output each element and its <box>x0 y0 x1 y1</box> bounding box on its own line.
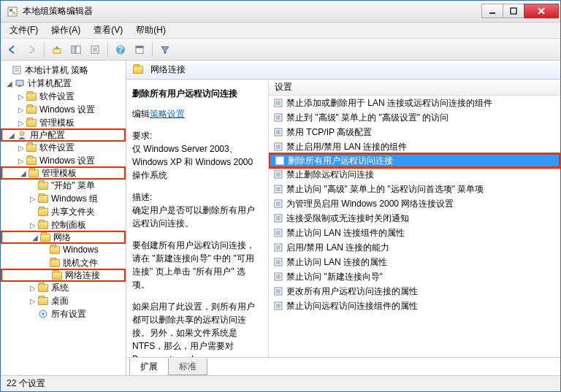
show-hide-tree-button[interactable] <box>67 41 85 58</box>
up-button[interactable] <box>48 41 66 58</box>
policy-item-icon <box>273 127 283 137</box>
tree-admin-templates-1[interactable]: ▷管理模板 <box>1 116 126 129</box>
properties-button[interactable] <box>131 41 148 58</box>
tree-software-settings-2[interactable]: ▷软件设置 <box>1 141 126 154</box>
titlebar-left: 本地组策略编辑器 <box>1 5 93 18</box>
list-item[interactable]: 禁止访问 LAN 连接的属性 <box>269 255 560 269</box>
expand-icon[interactable]: ▷ <box>17 157 26 165</box>
list-item[interactable]: 连接受限制或无连接时关闭通知 <box>269 211 560 226</box>
list-item[interactable]: 禁止访问 "新建连接向导" <box>269 269 560 284</box>
list-item[interactable]: 禁止访问 "高级" 菜单上的 "远程访问首选项" 菜单项 <box>269 182 560 196</box>
svg-rect-4 <box>511 8 516 14</box>
collapse-icon[interactable]: ◢ <box>19 169 28 177</box>
expand-icon[interactable]: ▷ <box>17 144 26 152</box>
view-tabs: 扩展 标准 <box>126 358 560 375</box>
tree-network-connections[interactable]: 网络连接 <box>1 269 126 282</box>
list-column-header[interactable]: 设置 <box>269 80 560 96</box>
tab-standard[interactable]: 标准 <box>168 358 207 375</box>
list-item[interactable]: 禁止到 "高级" 菜单上的 "高级设置" 的访问 <box>269 110 560 125</box>
menubar: 文件(F) 操作(A) 查看(V) 帮助(H) <box>1 23 560 39</box>
tree-network[interactable]: ◢网络 <box>1 231 126 244</box>
list-item[interactable]: 禁用 TCP/IP 高级配置 <box>269 125 560 139</box>
expand-icon[interactable]: ▷ <box>17 106 26 114</box>
filter-button[interactable] <box>156 41 174 58</box>
tree-system[interactable]: ▷系统 <box>1 281 126 294</box>
expand-icon[interactable]: ▷ <box>17 119 26 127</box>
list-item[interactable]: 删除所有用户远程访问连接 <box>269 153 560 168</box>
expand-icon[interactable]: ▷ <box>28 195 37 203</box>
tree-label: 脱机文件 <box>63 257 98 269</box>
nav-forward-button[interactable] <box>23 41 40 58</box>
right-pane: 网络连接 删除所有用户远程访问连接 编辑策略设置 要求: 仅 Windows S… <box>126 61 560 375</box>
settings-list-panel: 设置 禁止添加或删除用于 LAN 连接或远程访问连接的组件禁止到 "高级" 菜单… <box>269 80 560 357</box>
tree-windows-settings-2[interactable]: ▷Windows 设置 <box>1 154 126 167</box>
minimize-button[interactable] <box>481 4 503 18</box>
policy-item-icon <box>273 112 283 123</box>
list-item[interactable]: 禁止访问 LAN 连接组件的属性 <box>269 226 560 240</box>
menu-view[interactable]: 查看(V) <box>88 23 129 38</box>
help-button[interactable]: ? <box>112 41 129 58</box>
tree-label: 软件设置 <box>39 142 75 154</box>
tree-admin-templates-2[interactable]: ◢管理模板 <box>1 166 126 180</box>
tree-user-config[interactable]: ◢用户配置 <box>1 128 126 142</box>
expand-icon[interactable]: ▷ <box>17 93 26 101</box>
expand-icon[interactable]: ▷ <box>28 221 37 229</box>
toolbar-sep-3 <box>152 42 153 57</box>
collapse-icon[interactable]: ◢ <box>7 131 16 139</box>
maximize-button[interactable] <box>503 4 524 18</box>
tree-start-menu[interactable]: "开始" 菜单 <box>1 179 126 192</box>
list-item[interactable]: 禁止删除远程访问连接 <box>269 167 560 182</box>
toolbar: ? <box>1 39 560 61</box>
edit-policy-link[interactable]: 策略设置 <box>150 109 185 119</box>
list-item[interactable]: 更改所有用户远程访问连接的属性 <box>269 284 560 299</box>
folder-icon <box>51 269 63 281</box>
svg-rect-7 <box>53 49 61 53</box>
list-item[interactable]: 启用/禁用 LAN 连接的能力 <box>269 240 560 255</box>
tree-windows-settings-1[interactable]: ▷Windows 设置 <box>1 103 126 116</box>
list-item[interactable]: 禁止访问远程访问连接组件的属性 <box>269 299 560 313</box>
close-button[interactable] <box>524 4 559 18</box>
tree-desktop[interactable]: ▷桌面 <box>1 294 126 307</box>
policy-item-icon <box>273 199 283 209</box>
tree-software-settings-1[interactable]: ▷软件设置 <box>1 90 126 103</box>
tree-shared-folders[interactable]: 共享文件夹 <box>1 205 126 218</box>
req-text: 仅 Windows Server 2003、Windows XP 和 Windo… <box>132 142 262 182</box>
collapse-icon[interactable]: ◢ <box>31 234 39 242</box>
toolbar-sep-1 <box>44 42 45 57</box>
svg-rect-17 <box>136 46 143 48</box>
folder-icon <box>49 244 61 255</box>
policy-item-icon <box>275 155 285 166</box>
tab-extended[interactable]: 扩展 <box>129 358 169 375</box>
tree-windows-components[interactable]: ▷Windows 组 <box>1 192 126 205</box>
tree-computer-config[interactable]: ◢计算机配置 <box>1 77 126 90</box>
list-item[interactable]: 禁止启用/禁用 LAN 连接的组件 <box>269 139 560 154</box>
menu-help[interactable]: 帮助(H) <box>130 23 172 38</box>
tree-label: Windows 组 <box>51 193 98 205</box>
titlebar: 本地组策略编辑器 <box>1 1 560 23</box>
tree-offline-files[interactable]: 脱机文件 <box>1 256 126 269</box>
menu-file[interactable]: 文件(F) <box>4 23 44 38</box>
settings-list[interactable]: 禁止添加或删除用于 LAN 连接或远程访问连接的组件禁止到 "高级" 菜单上的 … <box>269 96 560 357</box>
collapse-icon[interactable]: ◢ <box>5 80 14 88</box>
list-item[interactable]: 为管理员启用 Windows 2000 网络连接设置 <box>269 196 560 211</box>
tree-all-settings[interactable]: 所有设置 <box>1 307 126 320</box>
status-text: 22 个设置 <box>7 377 45 390</box>
svg-rect-22 <box>18 85 21 87</box>
list-item-label: 禁止访问 LAN 连接组件的属性 <box>286 227 405 239</box>
tree-windows-sub[interactable]: Windows <box>1 243 126 256</box>
expand-icon[interactable]: ▷ <box>28 284 37 292</box>
nav-back-button[interactable] <box>4 41 21 58</box>
description-panel: 删除所有用户远程访问连接 编辑策略设置 要求: 仅 Windows Server… <box>126 80 269 357</box>
tree-root[interactable]: 本地计算机 策略 <box>1 64 126 77</box>
export-list-button[interactable] <box>86 41 104 58</box>
policy-item-icon <box>273 272 283 282</box>
expand-icon[interactable]: ▷ <box>28 297 37 305</box>
menu-action[interactable]: 操作(A) <box>45 23 86 38</box>
list-item[interactable]: 禁止添加或删除用于 LAN 连接或远程访问连接的组件 <box>269 96 560 110</box>
list-item-label: 为管理员启用 Windows 2000 网络连接设置 <box>286 198 454 210</box>
svg-rect-18 <box>13 66 20 74</box>
list-item-label: 启用/禁用 LAN 连接的能力 <box>286 242 389 254</box>
tree-control-panel[interactable]: ▷控制面板 <box>1 218 126 231</box>
path-label: 网络连接 <box>150 64 186 76</box>
tree-pane[interactable]: 本地计算机 策略 ◢计算机配置 ▷软件设置 ▷Windows 设置 ▷管理模板 … <box>1 61 126 375</box>
